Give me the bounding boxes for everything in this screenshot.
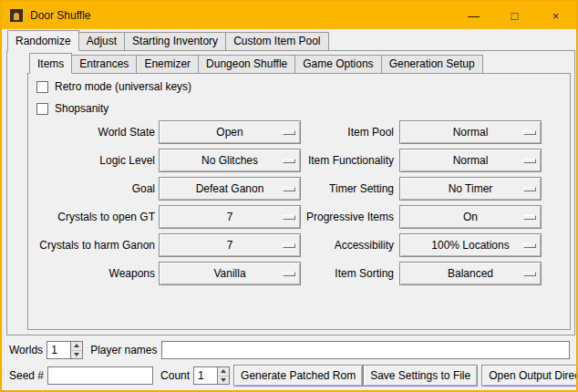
dropdown-indicator-icon — [523, 272, 536, 276]
item-functionality-value: Normal — [400, 150, 541, 171]
item-sorting-value: Balanced — [400, 263, 541, 284]
window-title: Door Shuffle — [30, 9, 91, 22]
titlebar[interactable]: Door Shuffle — □ × — [2, 2, 576, 29]
player-names-input[interactable] — [161, 341, 571, 359]
shopsanity-row: Shopsanity — [36, 101, 108, 116]
item-functionality-label: Item Functionality — [277, 149, 394, 172]
count-input[interactable] — [194, 367, 217, 384]
shopsanity-label: Shopsanity — [55, 102, 108, 115]
item-pool-dropdown[interactable]: Normal — [399, 120, 542, 144]
timer-setting-value: No Timer — [400, 178, 541, 200]
world-state-label: World State — [29, 120, 155, 144]
weapons-label: Weapons — [29, 262, 155, 285]
maximize-button[interactable]: □ — [494, 2, 535, 29]
item-pool-label: Item Pool — [277, 120, 394, 144]
tab-entrances[interactable]: Entrances — [71, 55, 137, 74]
crystals-ganon-label: Crystals to harm Ganon — [29, 233, 155, 257]
tab-enemizer[interactable]: Enemizer — [136, 55, 199, 74]
tab-randomize[interactable]: Randomize — [7, 30, 79, 51]
items-pane — [27, 73, 571, 330]
count-spinner[interactable] — [193, 366, 230, 385]
tab-game-options[interactable]: Game Options — [294, 55, 381, 74]
seed-input[interactable] — [47, 366, 153, 385]
main-tab-bar: Randomize Adjust Starting Inventory Cust… — [7, 31, 329, 51]
accessibility-value: 100% Locations — [400, 234, 541, 256]
close-button[interactable]: × — [535, 2, 576, 29]
tab-adjust[interactable]: Adjust — [78, 32, 125, 51]
spin-up-icon[interactable] — [218, 367, 229, 376]
player-names-label: Player names — [90, 344, 157, 356]
randomize-sub-tab-bar: Items Entrances Enemizer Dungeon Shuffle… — [29, 54, 483, 74]
crystals-gt-label: Crystals to open GT — [29, 205, 155, 229]
open-output-directory-button[interactable]: Open Output Directory — [481, 365, 578, 387]
goal-label: Goal — [29, 177, 155, 201]
item-sorting-label: Item Sorting — [277, 262, 394, 285]
dropdown-indicator-icon — [523, 187, 536, 191]
accessibility-label: Accessibility — [277, 233, 394, 257]
retro-mode-row: Retro mode (universal keys) — [36, 79, 191, 94]
spin-down-icon[interactable] — [218, 376, 229, 385]
spin-up-icon[interactable] — [71, 342, 82, 350]
item-sorting-dropdown[interactable]: Balanced — [399, 262, 542, 285]
tab-generation-setup[interactable]: Generation Setup — [381, 55, 483, 74]
save-settings-button[interactable]: Save Settings to File — [363, 365, 478, 387]
worlds-input[interactable] — [47, 342, 70, 358]
door-shuffle-window: Door Shuffle — □ × Randomize Adjust Star… — [0, 0, 578, 392]
dropdown-indicator-icon — [523, 159, 536, 163]
timer-setting-dropdown[interactable]: No Timer — [399, 177, 542, 201]
dropdown-indicator-icon — [523, 243, 536, 248]
tab-starting-inventory[interactable]: Starting Inventory — [124, 32, 226, 51]
worlds-label: Worlds — [9, 344, 43, 356]
accessibility-dropdown[interactable]: 100% Locations — [399, 233, 542, 257]
timer-setting-label: Timer Setting — [277, 177, 394, 201]
progressive-items-dropdown[interactable]: On — [399, 205, 542, 229]
item-pool-value: Normal — [400, 121, 541, 143]
worlds-spinner[interactable] — [46, 341, 83, 359]
generate-patched-rom-button[interactable]: Generate Patched Rom — [233, 365, 363, 387]
tab-items[interactable]: Items — [29, 53, 72, 74]
retro-mode-label: Retro mode (universal keys) — [55, 80, 191, 93]
worlds-spin-buttons — [70, 342, 82, 358]
retro-mode-checkbox[interactable] — [36, 81, 48, 93]
worlds-row: Worlds Player names — [9, 340, 570, 360]
progressive-items-value: On — [400, 206, 541, 228]
spin-down-icon[interactable] — [71, 350, 82, 359]
logic-level-label: Logic Level — [29, 149, 155, 172]
dropdown-indicator-icon — [523, 215, 536, 220]
tab-custom-item-pool[interactable]: Custom Item Pool — [225, 32, 328, 51]
tab-dungeon-shuffle[interactable]: Dungeon Shuffle — [198, 55, 295, 74]
app-icon — [9, 8, 24, 23]
dropdown-indicator-icon — [523, 130, 536, 135]
count-label: Count — [160, 369, 190, 382]
item-functionality-dropdown[interactable]: Normal — [399, 149, 542, 172]
count-spin-buttons — [217, 367, 229, 384]
seed-label: Seed # — [9, 369, 44, 382]
window-controls: — □ × — [453, 2, 576, 29]
progressive-items-label: Progressive Items — [277, 205, 394, 229]
shopsanity-checkbox[interactable] — [36, 103, 48, 115]
seed-row: Seed # Count Generate Patched Rom Save S… — [9, 365, 570, 387]
minimize-button[interactable]: — — [453, 2, 494, 29]
